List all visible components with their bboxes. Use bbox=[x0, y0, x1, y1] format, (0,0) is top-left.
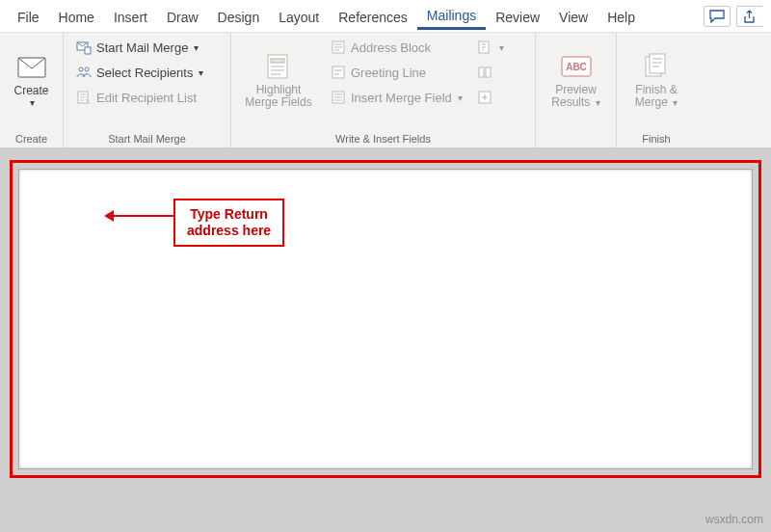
svg-rect-2 bbox=[85, 47, 91, 54]
tab-references[interactable]: References bbox=[329, 4, 417, 29]
greeting-line-icon bbox=[330, 64, 347, 81]
chevron-down-icon: ▾ bbox=[458, 93, 463, 103]
share-button[interactable] bbox=[736, 6, 763, 27]
svg-rect-12 bbox=[479, 67, 484, 77]
group-label-create: Create bbox=[15, 132, 47, 147]
envelope-icon bbox=[14, 52, 49, 83]
tab-file[interactable]: File bbox=[8, 4, 49, 29]
mail-merge-icon bbox=[75, 39, 93, 56]
svg-rect-7 bbox=[271, 59, 284, 63]
chevron-down-icon: ▾ bbox=[596, 97, 600, 108]
annotation-frame: Type Return address here bbox=[10, 160, 761, 478]
svg-text:ABC: ABC bbox=[566, 62, 587, 72]
svg-rect-13 bbox=[486, 67, 491, 77]
rules-button: ▾ bbox=[476, 37, 504, 58]
callout-line2: address here bbox=[187, 223, 271, 239]
finish-merge-button: Finish & Merge ▾ bbox=[620, 37, 693, 123]
highlight-merge-fields-button: Highlight Merge Fields bbox=[239, 37, 318, 123]
group-label-write-insert: Write & Insert Fields bbox=[335, 132, 431, 147]
address-block-button: Address Block bbox=[330, 37, 463, 58]
edit-recipient-list-label: Edit Recipient List bbox=[96, 91, 197, 105]
rules-icon bbox=[476, 39, 493, 56]
svg-point-3 bbox=[79, 67, 83, 71]
document-area: Type Return address here bbox=[0, 148, 771, 532]
greeting-line-button: Greeting Line bbox=[330, 62, 463, 83]
chevron-down-icon: ▾ bbox=[199, 67, 203, 78]
tab-insert[interactable]: Insert bbox=[104, 4, 157, 29]
preview-results-button: ABC Preview Results ▾ bbox=[540, 37, 613, 123]
insert-merge-field-button: Insert Merge Field ▾ bbox=[330, 87, 463, 108]
group-label-start-mail-merge: Start Mail Merge bbox=[108, 132, 186, 147]
update-labels-icon bbox=[476, 89, 493, 106]
comments-button[interactable] bbox=[704, 6, 731, 27]
chevron-down-icon: ▾ bbox=[30, 97, 35, 108]
create-label: Create bbox=[13, 85, 48, 97]
tab-mailings[interactable]: Mailings bbox=[417, 2, 486, 30]
annotation-callout: Type Return address here bbox=[173, 199, 284, 247]
ribbon: Create ▾ Create Start Mail Merge ▾ bbox=[0, 33, 771, 148]
update-labels-button bbox=[476, 87, 504, 108]
svg-rect-9 bbox=[332, 66, 344, 78]
chevron-down-icon: ▾ bbox=[194, 42, 199, 53]
start-mail-merge-label: Start Mail Merge bbox=[96, 40, 188, 55]
tab-review[interactable]: Review bbox=[486, 4, 549, 29]
annotation-arrow-line bbox=[112, 215, 173, 217]
comment-icon bbox=[709, 10, 725, 23]
select-recipients-button[interactable]: Select Recipients ▾ bbox=[75, 62, 223, 83]
edit-recipient-list-button: Edit Recipient List bbox=[75, 87, 223, 108]
tab-help[interactable]: Help bbox=[598, 4, 645, 29]
finish-icon bbox=[639, 51, 674, 82]
svg-point-4 bbox=[85, 67, 89, 71]
highlight-icon bbox=[261, 51, 296, 82]
address-block-label: Address Block bbox=[351, 40, 431, 55]
match-fields-icon bbox=[476, 64, 493, 81]
watermark-text: wsxdn.com bbox=[705, 513, 763, 526]
recipients-icon bbox=[75, 64, 93, 81]
tab-layout[interactable]: Layout bbox=[269, 4, 329, 29]
edit-list-icon bbox=[75, 89, 93, 106]
menu-tab-bar: File Home Insert Draw Design Layout Refe… bbox=[0, 0, 771, 33]
select-recipients-label: Select Recipients bbox=[96, 66, 193, 80]
highlight-line2: Merge Fields bbox=[245, 96, 311, 109]
share-icon bbox=[744, 10, 758, 23]
address-block-icon bbox=[330, 39, 347, 56]
tab-draw[interactable]: Draw bbox=[157, 4, 208, 29]
chevron-down-icon: ▾ bbox=[673, 97, 678, 108]
chevron-down-icon: ▾ bbox=[499, 42, 504, 53]
insert-field-icon bbox=[330, 89, 347, 106]
finish-line2: Merge bbox=[635, 95, 668, 109]
envelope-document[interactable]: Type Return address here bbox=[18, 169, 753, 469]
match-fields-button bbox=[476, 62, 504, 83]
insert-merge-field-label: Insert Merge Field bbox=[351, 91, 452, 105]
tab-view[interactable]: View bbox=[549, 4, 598, 29]
start-mail-merge-button[interactable]: Start Mail Merge ▾ bbox=[75, 37, 223, 58]
tab-home[interactable]: Home bbox=[49, 4, 104, 29]
greeting-line-label: Greeting Line bbox=[351, 66, 426, 80]
preview-line2: Results bbox=[551, 95, 590, 109]
group-label-finish: Finish bbox=[642, 132, 670, 147]
svg-rect-18 bbox=[650, 54, 665, 73]
create-envelopes-button[interactable]: Create ▾ bbox=[4, 37, 60, 123]
preview-icon: ABC bbox=[559, 51, 594, 82]
callout-line1: Type Return bbox=[187, 206, 271, 223]
tab-design[interactable]: Design bbox=[208, 4, 270, 29]
